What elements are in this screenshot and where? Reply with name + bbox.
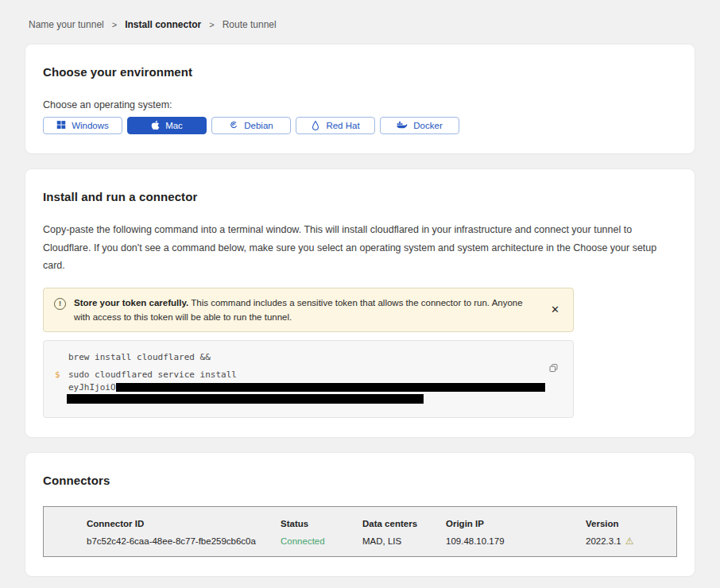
os-button-windows[interactable]: Windows	[43, 117, 122, 134]
header-origin-ip: Origin IP	[446, 519, 586, 536]
debian-icon	[229, 120, 238, 131]
cell-data-centers: MAD, LIS	[362, 536, 446, 546]
environment-card-title: Choose your environment	[43, 65, 677, 79]
os-button-redhat[interactable]: Red Hat	[296, 117, 375, 134]
os-select-label: Choose an operating system:	[43, 99, 677, 110]
os-button-label: Debian	[244, 121, 273, 130]
version-value: 2022.3.1	[586, 536, 621, 546]
breadcrumb-separator: >	[209, 20, 214, 29]
os-button-debian[interactable]: Debian	[211, 117, 291, 134]
os-button-mac[interactable]: Mac	[127, 117, 207, 134]
connectors-table-header: Connector ID Status Data centers Origin …	[87, 519, 676, 536]
os-button-label: Windows	[72, 121, 109, 130]
docker-icon	[397, 120, 408, 131]
code-line-brew: brew install cloudflared &&	[68, 351, 562, 364]
token-prefix: eyJhIjoiO	[68, 382, 116, 393]
os-button-group: Windows Mac Debian Red Hat	[43, 117, 677, 134]
os-button-docker[interactable]: Docker	[380, 117, 459, 134]
header-data-centers: Data centers	[362, 519, 446, 536]
connectors-card: Connectors Connector ID Status Data cent…	[25, 453, 695, 576]
token-warning-alert: ! Store your token carefully. This comma…	[43, 288, 574, 333]
cell-connector-id: b7c52c42-6caa-48ee-8c77-fbe259cb6c0a	[87, 536, 281, 546]
os-button-label: Mac	[165, 121, 183, 130]
tunnel-setup-page: Name your tunnel > Install connector > R…	[0, 0, 720, 588]
connectors-card-title: Connectors	[43, 474, 677, 487]
header-status: Status	[281, 519, 362, 536]
warning-triangle-icon: ⚠	[625, 536, 634, 546]
install-card-title: Install and run a connector	[43, 190, 677, 203]
breadcrumb-step-install-connector[interactable]: Install connector	[125, 19, 201, 30]
code-line-sudo: sudo cloudflared service install	[68, 369, 237, 381]
install-connector-card: Install and run a connector Copy-paste t…	[25, 169, 695, 437]
copy-icon[interactable]	[547, 362, 560, 377]
environment-card: Choose your environment Choose an operat…	[25, 44, 695, 153]
close-icon[interactable]: ✕	[548, 302, 563, 317]
install-description: Copy-paste the following command into a …	[43, 221, 677, 275]
redhat-icon	[311, 120, 320, 132]
breadcrumb-step-name-your-tunnel[interactable]: Name your tunnel	[29, 19, 104, 30]
table-row: b7c52c42-6caa-48ee-8c77-fbe259cb6c0a Con…	[87, 536, 676, 546]
os-button-label: Docker	[413, 121, 442, 130]
os-button-label: Red Hat	[326, 121, 359, 130]
breadcrumb: Name your tunnel > Install connector > R…	[29, 19, 695, 30]
apple-icon	[151, 120, 160, 132]
breadcrumb-step-route-tunnel[interactable]: Route tunnel	[223, 19, 277, 30]
breadcrumb-separator: >	[112, 20, 117, 29]
header-version: Version	[586, 519, 676, 536]
cell-origin-ip: 109.48.10.179	[446, 536, 586, 546]
install-command-codeblock: brew install cloudflared && $ sudo cloud…	[43, 340, 574, 418]
header-connector-id: Connector ID	[87, 519, 281, 536]
cell-version: 2022.3.1 ⚠	[586, 536, 676, 546]
token-warning-title: Store your token carefully.	[74, 298, 188, 308]
info-circle-icon: !	[54, 298, 66, 310]
redaction-bar	[67, 394, 424, 404]
token-warning-text: Store your token carefully. This command…	[74, 296, 527, 325]
windows-icon	[56, 120, 66, 131]
shell-prompt: $	[55, 369, 68, 381]
cell-status: Connected	[281, 536, 362, 546]
connectors-table: Connector ID Status Data centers Origin …	[43, 506, 677, 557]
redaction-bar	[116, 383, 545, 392]
